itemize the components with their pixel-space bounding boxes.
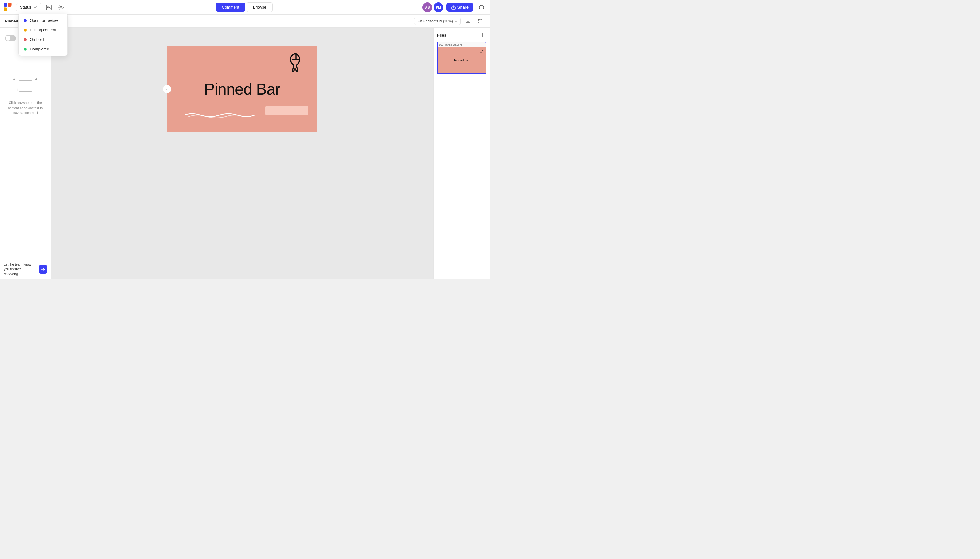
status-item-hold[interactable]: On hold <box>21 35 65 44</box>
svg-rect-6 <box>479 8 480 9</box>
comment-placeholder: + + + Click anywhere on the content or s… <box>5 77 46 116</box>
thumbnail-label: 01. Pinned Bar.png <box>438 42 486 47</box>
avatar-as: AS <box>422 2 432 12</box>
headphone-icon[interactable] <box>477 2 486 12</box>
svg-rect-7 <box>483 8 484 9</box>
svg-point-4 <box>47 6 48 7</box>
plus-icon-tr: + <box>35 77 38 82</box>
svg-point-5 <box>60 7 62 8</box>
avatar-pm: PM <box>434 2 443 12</box>
thumbnail-pin-icon <box>479 49 483 54</box>
svg-rect-2 <box>4 7 7 12</box>
files-label: Files <box>437 33 446 38</box>
comment-bubble <box>18 81 33 91</box>
main-canvas: ‹ Pinned Bar <box>51 28 433 280</box>
squiggle-decoration <box>182 111 256 120</box>
download-icon-button[interactable] <box>463 16 473 26</box>
comment-icon-area: + + + <box>13 77 38 95</box>
header-right: AS PM Share <box>422 2 486 12</box>
status-dot-completed <box>24 48 27 51</box>
status-label-completed: Completed <box>30 47 49 51</box>
right-panel: Files 01. Pinned Bar.png Pinned Bar <box>433 28 490 280</box>
subheader: Pinned Bar.png PNG 74.2 KB Fit Horizonta… <box>0 15 490 28</box>
svg-rect-1 <box>8 3 12 7</box>
thumbnail-text: Pinned Bar <box>454 59 469 62</box>
subheader-right: Fit Horizontally (28%) <box>414 16 485 26</box>
fullscreen-icon-button[interactable] <box>475 16 485 26</box>
svg-rect-0 <box>4 3 7 7</box>
toggle-switch[interactable] <box>5 35 16 41</box>
share-label: Share <box>457 5 469 10</box>
bottom-bar-text: Let the team know you finished reviewing <box>4 262 36 276</box>
header: Status Comment Browse AS PM Share <box>0 0 490 15</box>
add-file-button[interactable] <box>479 31 486 39</box>
fit-label: Fit Horizontally (28%) <box>417 19 453 23</box>
avatar-group: AS PM <box>422 2 443 12</box>
bottom-bar: Let the team know you finished reviewing <box>0 259 51 280</box>
app-body: + + + Click anywhere on the content or s… <box>0 28 490 280</box>
status-label: Status <box>20 5 31 10</box>
status-dropdown-menu: Open for review Editing content On hold … <box>18 13 68 56</box>
status-dot-open <box>24 19 27 22</box>
comment-hint: Click anywhere on the content or select … <box>5 100 46 116</box>
header-icon-group <box>44 2 66 12</box>
comment-tab[interactable]: Comment <box>216 3 245 12</box>
image-icon-button[interactable] <box>44 2 54 12</box>
canvas-content[interactable]: ‹ Pinned Bar <box>167 46 317 132</box>
toggle-row <box>5 35 16 41</box>
file-thumbnail-container[interactable]: 01. Pinned Bar.png Pinned Bar <box>437 42 486 74</box>
arrow-button[interactable] <box>39 265 47 274</box>
canvas-title-text: Pinned Bar <box>204 80 280 98</box>
status-dropdown-button[interactable]: Status <box>16 3 41 12</box>
file-thumbnail: Pinned Bar <box>438 47 486 73</box>
status-dot-hold <box>24 38 27 41</box>
status-dot-editing <box>24 28 27 31</box>
settings-icon-button[interactable] <box>56 2 66 12</box>
plus-icon-tl: + <box>13 77 16 82</box>
logo <box>4 3 12 12</box>
status-label-open: Open for review <box>30 18 58 23</box>
status-label-hold: On hold <box>30 37 44 42</box>
main-tabs: Comment Browse <box>216 2 273 12</box>
left-panel: + + + Click anywhere on the content or s… <box>0 28 51 280</box>
pink-rectangle <box>265 106 308 115</box>
fit-dropdown-button[interactable]: Fit Horizontally (28%) <box>414 18 460 25</box>
pin-icon <box>287 52 305 74</box>
status-item-completed[interactable]: Completed <box>21 44 65 54</box>
share-button[interactable]: Share <box>446 3 474 12</box>
status-item-editing[interactable]: Editing content <box>21 25 65 35</box>
browse-tab[interactable]: Browse <box>247 2 273 12</box>
plus-icon-bl: + <box>16 87 19 92</box>
status-item-open[interactable]: Open for review <box>21 16 65 25</box>
collapse-panel-button[interactable]: ‹ <box>163 85 171 93</box>
right-panel-header: Files <box>437 31 486 39</box>
status-label-editing: Editing content <box>30 28 56 32</box>
